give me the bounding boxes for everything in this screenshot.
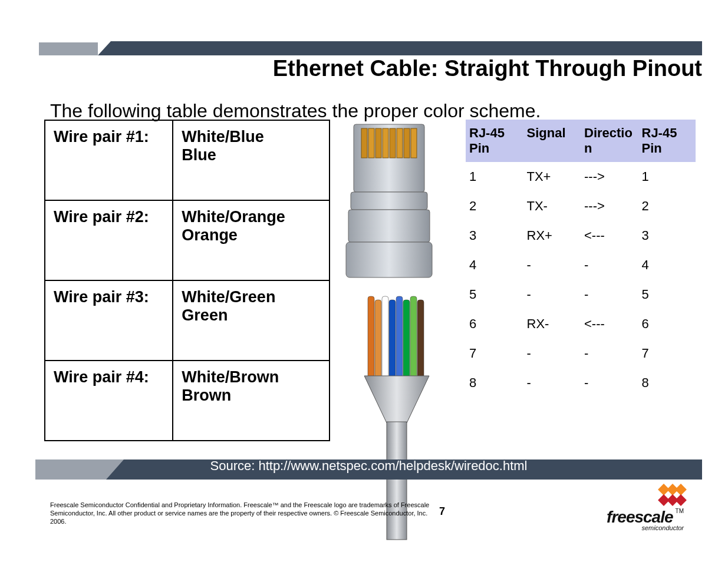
pinout-cell: RX- [523, 309, 581, 339]
svg-rect-16 [396, 296, 403, 379]
svg-rect-1 [361, 128, 367, 158]
pinout-cell: 4 [466, 250, 523, 280]
svg-rect-10 [348, 210, 430, 242]
svg-rect-12 [368, 296, 374, 379]
pinout-cell: <--- [581, 309, 638, 339]
pinout-cell: 5 [466, 280, 523, 309]
wire-pair-label: Wire pair #2: [45, 200, 173, 280]
pinout-cell: 6 [466, 309, 523, 339]
pinout-cell: 5 [638, 280, 696, 309]
wire-pair-label: Wire pair #4: [45, 361, 173, 441]
svg-rect-17 [403, 300, 410, 379]
pinout-header: Direction [581, 120, 638, 162]
top-bar-left [39, 42, 98, 55]
pinout-cell: 2 [466, 191, 523, 221]
wire-pair-label: Wire pair #1: [45, 120, 173, 200]
top-accent-bar [35, 38, 702, 55]
svg-rect-8 [411, 128, 417, 158]
wire-pair-label: Wire pair #3: [45, 280, 173, 361]
svg-rect-6 [397, 128, 403, 158]
pinout-header: Signal [523, 120, 581, 162]
pinout-cell: - [581, 368, 638, 398]
pinout-cell: 7 [466, 339, 523, 368]
pinout-cell: ---> [581, 162, 638, 191]
pinout-header: RJ-45 Pin [638, 120, 696, 162]
wire-pair-colors: White/BrownBrown [173, 361, 330, 441]
top-bar-right [111, 41, 702, 55]
pinout-cell: 6 [638, 309, 696, 339]
slide-title: Ethernet Cable: Straight Through Pinout [0, 56, 702, 81]
pinout-header: RJ-45 Pin [466, 120, 523, 162]
disclaimer-text: Freescale Semiconductor Confidential and… [50, 501, 439, 525]
pinout-cell: - [581, 250, 638, 280]
pinout-cell: RX+ [523, 221, 581, 250]
pinout-cell: 4 [638, 250, 696, 280]
svg-rect-11 [346, 242, 432, 277]
source-text: Source: http://www.netspec.com/helpdesk/… [35, 458, 702, 474]
svg-rect-9 [351, 192, 427, 210]
pinout-cell: 1 [638, 162, 696, 191]
pinout-cell: - [523, 368, 581, 398]
pinout-cell: TX+ [523, 162, 581, 191]
svg-rect-15 [389, 300, 396, 379]
svg-rect-19 [417, 300, 424, 379]
bottom-accent-bar: Source: http://www.netspec.com/helpdesk/… [35, 459, 702, 480]
wire-pairs-table: Wire pair #1:White/BlueBlueWire pair #2:… [44, 120, 330, 441]
pinout-cell: 2 [638, 191, 696, 221]
logo-chevrons-icon [661, 484, 684, 505]
logo-tm: TM [676, 508, 684, 514]
pinout-cell: 1 [466, 162, 523, 191]
pinout-cell: - [523, 339, 581, 368]
svg-rect-7 [404, 128, 410, 158]
pinout-cell: - [523, 250, 581, 280]
rj45-connector-icon [345, 121, 433, 286]
pinout-cell: 3 [638, 221, 696, 250]
top-bar-wedge [98, 41, 111, 55]
pinout-cell: 8 [638, 368, 696, 398]
pinout-cell: TX- [523, 191, 581, 221]
svg-rect-3 [375, 128, 381, 158]
wire-pair-colors: White/GreenGreen [173, 280, 330, 361]
pinout-table: RJ-45 PinSignalDirectionRJ-45 Pin 1TX+--… [466, 120, 696, 398]
pinout-cell: 3 [466, 221, 523, 250]
svg-rect-18 [410, 296, 417, 379]
svg-rect-2 [368, 128, 374, 158]
wire-pair-colors: White/BlueBlue [173, 120, 330, 200]
svg-rect-4 [383, 128, 388, 158]
page-number: 7 [439, 505, 445, 518]
pinout-cell: 7 [638, 339, 696, 368]
pinout-cell: - [581, 339, 638, 368]
pinout-cell: ---> [581, 191, 638, 221]
freescale-logo: freescaleTM semiconductor [607, 484, 684, 531]
pinout-cell: 8 [466, 368, 523, 398]
pinout-cell: <--- [581, 221, 638, 250]
pinout-cell: - [581, 280, 638, 309]
svg-rect-13 [375, 300, 381, 379]
slide-intro: The following table demonstrates the pro… [50, 100, 541, 122]
svg-rect-14 [382, 296, 388, 379]
pinout-cell: - [523, 280, 581, 309]
svg-rect-5 [390, 128, 396, 158]
logo-text: freescale [607, 508, 673, 526]
wire-pair-colors: White/OrangeOrange [173, 200, 330, 280]
